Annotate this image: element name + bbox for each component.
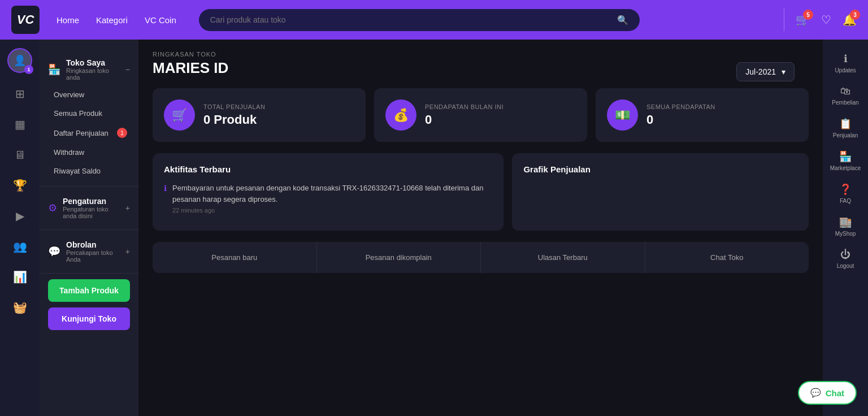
kunjungi-toko-button[interactable]: Kunjungi Toko	[48, 307, 130, 330]
sidebar-icon-trophy[interactable]: 🏆	[7, 173, 32, 198]
sidebar-item-riwayat-saldo[interactable]: Riwayat Saldo	[40, 162, 138, 180]
avatar-badge: 1	[24, 65, 33, 74]
activity-text: Pembayaran untuk pesanan dengan kode tra…	[172, 183, 492, 205]
sidebar-icon-video[interactable]: ▶	[7, 203, 32, 228]
stat-pendapatan-label: PENDAPATAN BULAN INI	[425, 103, 504, 110]
chat-float-button[interactable]: 💬 Chat	[798, 381, 857, 405]
marketplace-icon: 🏪	[839, 150, 852, 163]
nav-home[interactable]: Home	[57, 15, 79, 25]
bottom-tabs: Pesanan baru Pesanan dikomplain Ulasan T…	[153, 242, 809, 273]
right-sidebar-logout[interactable]: ⏻ Logout	[823, 244, 868, 274]
chat-float-icon: 💬	[810, 388, 821, 398]
pengaturan-toggle[interactable]: +	[125, 203, 130, 213]
logo: VC	[11, 6, 40, 34]
search-input[interactable]	[210, 15, 611, 24]
pengaturan-title: Pengaturan	[63, 197, 120, 206]
sidebar-icon-basket[interactable]: 🧺	[7, 295, 32, 320]
toko-saya-text: Toko Saya Ringkasan toko anda	[66, 58, 120, 81]
sidebar-icon-grid[interactable]: ⊞	[7, 81, 32, 106]
stat-penjualan-value: 0 Produk	[203, 112, 265, 127]
obrolan-section: 💬 Obrolan Percakapan toko Anda +	[40, 230, 138, 274]
right-sidebar-faq[interactable]: ❓ FAQ	[823, 179, 868, 209]
right-sidebar: ℹ Updates 🛍 Pembelian 📋 Penjualan 🏪 Mark…	[823, 40, 868, 416]
main-layout: 👤 1 ⊞ ▦ 🖥 🏆 ▶ 👥 📊 🧺 🏪 Toko Saya Ringkasa…	[0, 40, 868, 416]
pembelian-icon: 🛍	[840, 85, 850, 97]
riwayat-saldo-label: Riwayat Saldo	[54, 167, 101, 175]
date-dropdown[interactable]: Jul-2021 ▾	[736, 62, 795, 81]
content-row: Aktifitas Terbaru ℹ Pembayaran untuk pes…	[153, 153, 809, 231]
tambah-produk-button[interactable]: Tambah Produk	[48, 279, 130, 302]
stat-pendapatan-value: 0	[425, 112, 504, 127]
right-sidebar-marketplace[interactable]: 🏪 Marketplace	[823, 146, 868, 176]
settings-icon: ⚙	[48, 202, 57, 214]
toko-saya-header[interactable]: 🏪 Toko Saya Ringkasan toko anda −	[40, 54, 138, 85]
activity-card: Aktifitas Terbaru ℹ Pembayaran untuk pes…	[153, 153, 504, 231]
pengaturan-header[interactable]: ⚙ Pengaturan Pengaturan toko anda disini…	[40, 192, 138, 224]
page-label: RINGKASAN TOKO	[153, 51, 809, 58]
wishlist-button[interactable]: ♡	[821, 13, 831, 27]
cart-button[interactable]: 🛒 5	[796, 13, 810, 27]
tab-pesanan-dikomplain[interactable]: Pesanan dikomplain	[317, 242, 481, 273]
daftar-penjualan-label: Daftar Penjualan	[54, 129, 108, 137]
toko-saya-title: Toko Saya	[66, 58, 120, 67]
nav-links: Home Kategori VC Coin	[57, 15, 176, 25]
toko-saya-toggle[interactable]: −	[125, 65, 130, 74]
stats-row: 🛒 TOTAL PENJUALAN 0 Produk 💰 PENDAPATAN …	[153, 88, 809, 142]
header-divider	[784, 8, 784, 31]
penjualan-label: Penjualan	[833, 132, 858, 138]
stat-semua-label: SEMUA PENDAPATAN	[646, 103, 715, 110]
grafik-title: Grafik Penjualan	[523, 164, 797, 174]
search-icon[interactable]: 🔍	[617, 15, 628, 25]
toko-saya-section: 🏪 Toko Saya Ringkasan toko anda − Overvi…	[40, 48, 138, 187]
activity-time: 22 minutes ago	[172, 207, 492, 214]
notif-badge: 3	[850, 10, 860, 20]
marketplace-label: Marketplace	[830, 165, 861, 171]
sidebar-icon-chart[interactable]: 📊	[7, 265, 32, 289]
stat-icon-pendapatan: 💰	[385, 99, 416, 131]
sidebar-item-semua-produk[interactable]: Semua Produk	[40, 104, 138, 123]
nav-kategori[interactable]: Kategori	[96, 15, 128, 25]
right-sidebar-pembelian[interactable]: 🛍 Pembelian	[823, 81, 868, 110]
faq-label: FAQ	[840, 198, 851, 204]
nav-vc-coin[interactable]: VC Coin	[145, 15, 176, 25]
pembelian-label: Pembelian	[832, 99, 858, 106]
pengaturan-section: ⚙ Pengaturan Pengaturan toko anda disini…	[40, 187, 138, 230]
heart-icon: ♡	[821, 14, 831, 26]
sidebar-item-withdraw[interactable]: Withdraw	[40, 143, 138, 162]
obrolan-toggle[interactable]: +	[125, 247, 130, 256]
tab-ulasan-terbaru[interactable]: Ulasan Terbaru	[481, 242, 645, 273]
sidebar-item-overview[interactable]: Overview	[40, 85, 138, 104]
tab-pesanan-baru[interactable]: Pesanan baru	[153, 242, 317, 273]
sidebar-item-daftar-penjualan[interactable]: Daftar Penjualan 1	[40, 123, 138, 143]
date-dropdown-value: Jul-2021	[745, 67, 776, 76]
right-sidebar-myshop[interactable]: 🏬 MyShop	[823, 211, 868, 241]
cart-badge: 5	[803, 10, 813, 20]
stat-semua-info: SEMUA PENDAPATAN 0	[646, 103, 715, 127]
sidebar-icon-table[interactable]: ▦	[7, 112, 32, 137]
avatar-wrap[interactable]: 👤 1	[7, 48, 32, 73]
overview-label: Overview	[54, 90, 84, 99]
logout-icon: ⏻	[840, 249, 850, 261]
obrolan-header[interactable]: 💬 Obrolan Percakapan toko Anda +	[40, 236, 138, 267]
faq-icon: ❓	[839, 183, 852, 196]
updates-icon: ℹ	[844, 53, 848, 65]
tab-chat-toko[interactable]: Chat Toko	[645, 242, 809, 273]
page-title: MARIES ID	[153, 59, 809, 77]
stat-pendapatan-info: PENDAPATAN BULAN INI 0	[425, 103, 504, 127]
toko-saya-subtitle: Ringkasan toko anda	[66, 67, 120, 81]
right-sidebar-updates[interactable]: ℹ Updates	[823, 48, 868, 78]
right-sidebar-penjualan[interactable]: 📋 Penjualan	[823, 113, 868, 143]
stat-penjualan-label: TOTAL PENJUALAN	[203, 103, 265, 110]
stat-icon-penjualan: 🛒	[164, 99, 195, 131]
daftar-penjualan-badge: 1	[117, 128, 127, 138]
stat-semua-value: 0	[646, 112, 715, 127]
logout-label: Logout	[837, 263, 854, 269]
stat-icon-semua: 💵	[607, 99, 638, 131]
obrolan-subtitle: Percakapan toko Anda	[66, 249, 120, 263]
obrolan-text: Obrolan Percakapan toko Anda	[66, 240, 120, 263]
top-section: RINGKASAN TOKO MARIES ID Jul-2021 ▾	[153, 51, 809, 77]
withdraw-label: Withdraw	[54, 148, 84, 157]
sidebar-icon-monitor[interactable]: 🖥	[7, 142, 32, 167]
sidebar-icon-users[interactable]: 👥	[7, 234, 32, 259]
notification-button[interactable]: 🔔 3	[843, 13, 857, 27]
